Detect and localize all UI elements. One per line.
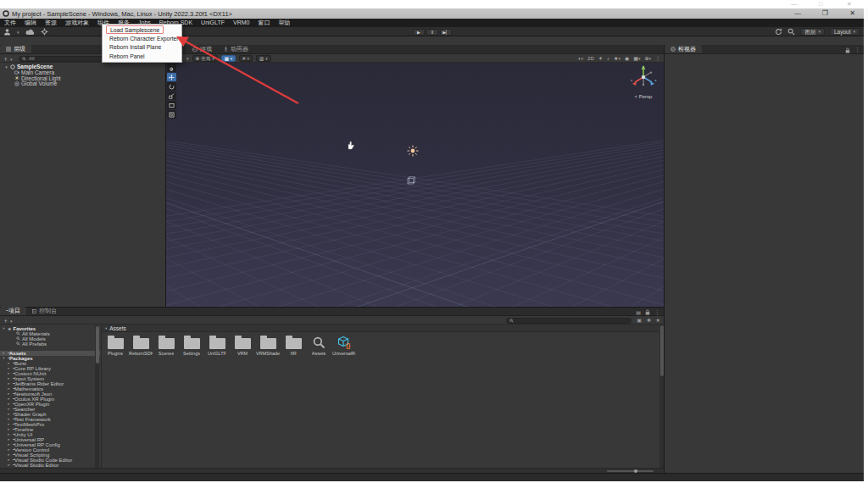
asset-pane-scrollbar[interactable] (659, 325, 664, 469)
gear-icon[interactable] (41, 28, 48, 36)
pause-button[interactable]: ‖ (426, 29, 438, 36)
grid-visibility-icon[interactable]: ▦▾ (633, 55, 640, 62)
gizmos-dropdown-icon[interactable]: ⊕▾ (644, 55, 651, 62)
menu-item[interactable]: 窗口 (253, 19, 274, 27)
menu-item[interactable]: 资源 (41, 19, 61, 27)
tab-game[interactable]: 游戏 (186, 45, 218, 53)
folder-icon (260, 336, 276, 349)
asset-item[interactable]: RebornSDK (129, 336, 153, 356)
project-search-input[interactable] (506, 318, 632, 324)
assets-breadcrumb[interactable]: ▾ Assets (102, 325, 659, 332)
scene-audio-icon[interactable]: ♪ (607, 55, 609, 62)
global-volume-gizmo-icon[interactable] (406, 175, 416, 186)
snap-increment-button[interactable]: # ▾ (239, 55, 253, 62)
menu-item[interactable]: UniGLTF (197, 19, 229, 27)
hierarchy-item[interactable]: Global Volume (0, 81, 165, 87)
step-button[interactable]: ▶▏ (440, 29, 452, 36)
window-title: My project - SampleScene - Windows, Mac,… (12, 10, 232, 18)
hidden-objects-icon[interactable]: ◉ (625, 55, 629, 62)
search-by-type-icon[interactable]: ▣ (637, 317, 642, 323)
lock-icon[interactable] (645, 309, 650, 315)
rect-tool-button[interactable] (167, 101, 176, 109)
panel-menu-icon[interactable]: ⋮ (854, 47, 860, 53)
scene-lighting-icon[interactable]: ☀ (598, 55, 603, 62)
hierarchy-item-label: Global Volume (21, 81, 57, 87)
asset-item[interactable]: Plugins (103, 336, 127, 356)
tree-scrollbar[interactable] (95, 325, 99, 468)
add-object-button[interactable]: ＋ (3, 55, 8, 64)
viewer-close-icon[interactable]: ✕ (847, 1, 852, 8)
asset-item[interactable]: Settings (180, 336, 203, 356)
add-asset-caret-icon[interactable]: ▾ (10, 319, 13, 324)
asset-item[interactable]: VRMShade... (256, 336, 280, 356)
viewer-maximize-icon[interactable]: □ (819, 1, 822, 7)
menu-item[interactable]: 游戏对象 (61, 19, 93, 27)
scene-viewport[interactable]: y x z < Persp (166, 63, 664, 307)
grid-snapping-button[interactable]: ▦ ▾ (221, 55, 236, 62)
thumbnail-size-slider[interactable] (607, 470, 654, 472)
asset-item[interactable]: Scenes (154, 336, 178, 356)
expander-icon[interactable]: ▾ (2, 326, 6, 331)
scene-menu-icon[interactable]: ⋮ (655, 55, 660, 62)
asset-item[interactable]: XR (281, 336, 305, 356)
layers-dropdown[interactable]: 图层▾ (800, 28, 825, 36)
dropdown-menu-item[interactable]: Reborn Character Exporter (103, 35, 181, 44)
search-icon[interactable] (787, 28, 795, 36)
undo-history-icon[interactable] (775, 28, 782, 36)
directional-light-gizmo-icon[interactable] (407, 145, 419, 157)
dropdown-menu-item[interactable]: Load Samplescene (103, 25, 181, 35)
tree-item-label: All Prefabs (22, 341, 47, 347)
perspective-label[interactable]: < Persp (628, 94, 659, 99)
asset-item[interactable]: UniGLTF (205, 336, 229, 356)
cloud-icon[interactable] (25, 29, 35, 36)
folder-icon (133, 336, 149, 349)
tab-animator[interactable]: 动画器 (218, 45, 254, 53)
unity-minimize-icon[interactable]: — (794, 9, 801, 17)
tab-console[interactable]: 控制台 (26, 307, 63, 315)
pivot-orientation-button[interactable]: ⊕全局▾ (192, 55, 218, 62)
effects-icon[interactable]: ★▾ (614, 55, 620, 62)
search-by-label-icon[interactable]: ✚ (647, 317, 651, 323)
tab-project[interactable]: 项目 (0, 307, 26, 315)
play-button[interactable]: ▶ (413, 29, 425, 36)
move-snap-button[interactable]: ▥ ▾ (256, 55, 271, 62)
asset-item[interactable]: {}UniversalR... (332, 336, 356, 356)
hierarchy-panel: 层级 ＋ ▾ All ▾ SampleScene Main Came (0, 45, 166, 307)
rotate-tool-button[interactable] (167, 82, 176, 91)
tab-hierarchy[interactable]: 层级 (0, 45, 31, 53)
menu-item[interactable]: 文件 (0, 19, 20, 27)
scale-tool-button[interactable] (167, 92, 176, 100)
orientation-gizmo[interactable]: y x z (628, 64, 659, 93)
expander-icon[interactable]: ▾ (4, 64, 8, 70)
2d-toggle[interactable]: 2D (587, 55, 594, 62)
add-object-caret-icon[interactable]: ▾ (10, 57, 13, 62)
menu-item[interactable]: VRM0 (229, 19, 253, 27)
dropdown-menu-item[interactable]: Reborn Panel (103, 53, 181, 62)
save-search-icon[interactable]: ★ (656, 317, 660, 323)
dropdown-menu-item[interactable]: Reborn Install Plane (103, 43, 181, 53)
lock-icon[interactable] (845, 47, 850, 53)
expander-icon[interactable]: ▾ (2, 356, 6, 361)
view-tool-button[interactable] (167, 64, 176, 72)
menu-item[interactable]: 帮助 (274, 19, 294, 27)
account-icon[interactable] (3, 28, 11, 36)
layout-dropdown[interactable]: Layout▾ (830, 28, 860, 36)
viewer-minimize-icon[interactable]: — (791, 1, 797, 7)
account-caret-icon[interactable]: ▾ (17, 30, 19, 35)
asset-item[interactable]: Assets (307, 336, 331, 356)
move-tool-button[interactable] (167, 73, 176, 81)
tab-inspector[interactable]: 检视器 (665, 45, 702, 53)
menu-item[interactable]: 编辑 (20, 19, 41, 27)
shading-mode-icon[interactable]: ◐▾ (578, 55, 583, 62)
unity-editor-window: My project - SampleScene - Windows, Mac,… (0, 8, 864, 473)
unity-restore-icon[interactable]: ❐ (822, 9, 828, 17)
tool-settings-caret-icon[interactable]: ▾ (186, 56, 189, 61)
transform-tool-button[interactable] (167, 110, 176, 119)
panel-menu-icon[interactable]: ⋮ (654, 309, 660, 316)
expander-icon[interactable]: ▾ (105, 326, 107, 330)
tab-label: 游戏 (200, 45, 212, 53)
unity-close-icon[interactable]: ✕ (849, 9, 855, 17)
asset-item[interactable]: VRM (231, 336, 254, 356)
star-icon: ★ (8, 326, 11, 331)
panel-add-icon[interactable]: ▤ (636, 309, 641, 315)
